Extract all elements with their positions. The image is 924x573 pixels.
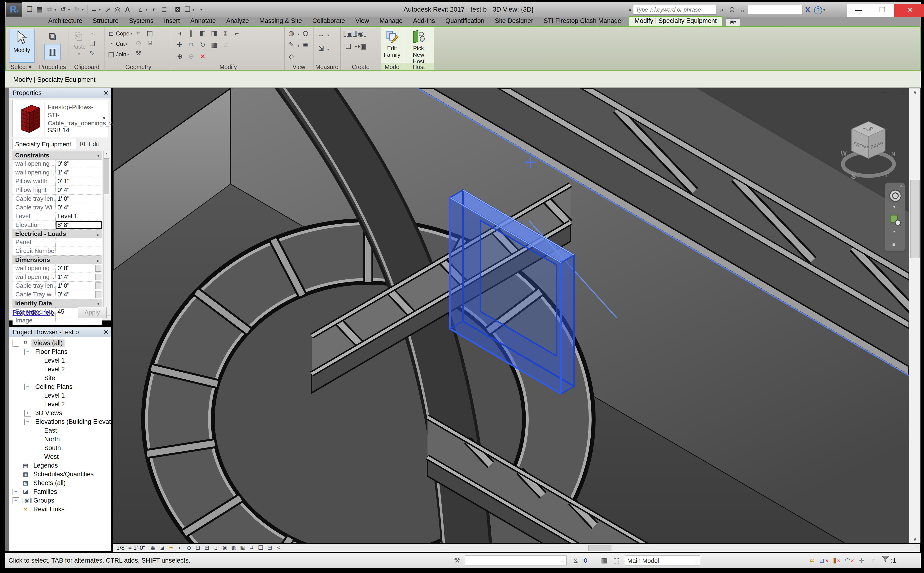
vertical-scrollbar[interactable]: ∧ ∨ — [909, 88, 921, 543]
select-elements-by-face-icon[interactable]: ◠✕ — [844, 555, 855, 566]
tree-item-schedules[interactable]: ▦Schedules/Quantities — [9, 470, 111, 479]
cut-to-clipboard-icon[interactable]: ✂ — [87, 29, 97, 39]
measure-dropdown[interactable]: ▾ — [99, 7, 103, 12]
viewport-minimize-icon[interactable]: — — [882, 89, 887, 97]
section-dimensions[interactable]: Dimensions« — [13, 255, 102, 264]
tag-by-category-icon[interactable]: ◎ — [113, 4, 122, 15]
rotate-icon[interactable]: ↻ — [197, 40, 208, 50]
modify-button[interactable]: Modify — [9, 29, 34, 63]
collapse-icon[interactable]: < — [274, 544, 283, 551]
tab-site-designer[interactable]: Site Designer — [490, 17, 539, 26]
tree-item-elevations[interactable]: −Elevations (Building Elevation) — [9, 418, 111, 426]
steering-wheel-icon[interactable] — [889, 189, 902, 203]
pick-new-host-button[interactable]: Pick New Host — [407, 29, 430, 65]
pin-icon[interactable]: ⊕ — [174, 52, 185, 61]
override-graphics-icon[interactable]: ≣ — [300, 40, 311, 50]
property-row[interactable]: Circuit Number — [13, 247, 102, 255]
aligned-dimension-icon[interactable]: ⇗ — [103, 4, 113, 15]
panel-label-mode[interactable]: Mode — [381, 63, 403, 70]
type-selector-dropdown-icon[interactable]: ▼ — [102, 115, 106, 121]
trim-extend-icon[interactable]: ⌐ — [232, 28, 242, 38]
panel-label-measure[interactable]: Measure — [313, 63, 340, 70]
associate-parameter-button[interactable] — [95, 291, 102, 298]
tree-item-south[interactable]: South — [9, 444, 111, 452]
section-icon[interactable]: ◐ — [149, 4, 159, 15]
property-row[interactable]: wall opening l...1' 4" — [13, 168, 102, 177]
design-options-icon[interactable]: ▥ — [599, 555, 609, 566]
panel-label-host[interactable]: Host — [403, 63, 434, 70]
show-analytical-model-icon[interactable]: ⌗ — [247, 544, 256, 551]
align-icon[interactable]: ⫞ — [174, 28, 185, 38]
sun-path-icon[interactable]: ☀ — [166, 544, 175, 551]
property-row[interactable]: Cable tray len...1' 0" — [13, 282, 102, 290]
demolish-hammer-icon[interactable]: ⚒ — [133, 48, 144, 58]
unjoin-icon[interactable]: ⊘ — [133, 38, 144, 48]
tree-item-north[interactable]: North — [9, 435, 111, 444]
text-icon[interactable]: A — [122, 4, 132, 15]
redo-icon[interactable]: ↻ — [72, 4, 82, 15]
restore-button[interactable]: ❐ — [871, 4, 894, 17]
tab-structure[interactable]: Structure — [88, 17, 124, 26]
associate-parameter-button[interactable] — [95, 274, 102, 280]
tree-item-ceiling-plans[interactable]: −Ceiling Plans — [9, 382, 111, 391]
tree-item-level-2-ceiling[interactable]: Level 2 — [9, 400, 111, 409]
panel-label-view[interactable]: View — [285, 63, 313, 70]
delete-icon[interactable]: ✕ — [197, 52, 208, 61]
highlight-displacement-sets-icon[interactable]: ❏ — [256, 544, 265, 551]
create-assembly-icon[interactable]: ❏ — [343, 42, 354, 52]
tree-item-east[interactable]: East — [9, 426, 111, 435]
filter-icon[interactable] — [880, 555, 891, 566]
scrollbar-thumb[interactable] — [104, 158, 109, 194]
property-row[interactable]: LevelLevel 1 — [13, 212, 102, 221]
property-row[interactable]: wall opening ...0' 8" — [13, 160, 102, 168]
tab-manage[interactable]: Manage — [374, 17, 408, 26]
property-row[interactable]: Cable Tray wi...0' 4" — [13, 290, 102, 299]
shadows-icon[interactable]: ◐ — [175, 544, 185, 551]
apply-button[interactable]: Apply — [78, 307, 106, 318]
navbar-options-icon[interactable]: ≡ — [892, 241, 896, 248]
measure-ruler-icon[interactable]: ↔ — [316, 29, 326, 39]
property-row[interactable]: Pillow width0' 1" — [13, 177, 102, 186]
undo-dropdown[interactable]: ▾ — [68, 7, 72, 12]
type-selector[interactable]: Firestop-Pillows-STI- Cable_tray_opening… — [13, 100, 108, 137]
tab-massing-site[interactable]: Massing & Site — [254, 17, 307, 26]
tab-systems[interactable]: Systems — [124, 17, 159, 26]
design-options-pick-icon[interactable]: ⬚ — [611, 555, 622, 566]
design-option-combo[interactable]: Main Model⌄ — [625, 556, 700, 565]
worksets-icon[interactable]: ⚒ — [452, 555, 462, 566]
select-pinned-elements-icon[interactable]: ▮✕ — [831, 555, 842, 566]
thin-lines-icon[interactable]: ≣ — [159, 4, 169, 15]
tree-item-3d-views[interactable]: +3D Views — [9, 409, 111, 418]
scrollbar-thumb[interactable] — [910, 180, 920, 258]
visual-style-icon[interactable]: ◪ — [157, 544, 166, 551]
communication-center-icon[interactable]: ☊ — [727, 5, 737, 15]
array-icon[interactable]: ▦ — [209, 40, 219, 50]
wall-joins-icon[interactable]: ⌗ — [133, 28, 144, 38]
panel-label-geometry[interactable]: Geometry — [105, 63, 172, 70]
reveal-hidden-elements-icon[interactable]: ◍ — [229, 544, 238, 551]
redo-dropdown[interactable]: ▾ — [82, 7, 86, 12]
tree-item-site[interactable]: Site — [9, 374, 111, 382]
create-similar-icon[interactable]: ⟦◉⟧ — [354, 29, 365, 39]
panel-label-select[interactable]: Select ▾ — [6, 63, 36, 70]
close-icon[interactable]: ✕ — [103, 327, 108, 337]
tab-modify-specialty-equipment[interactable]: Modify | Specialty Equipment — [629, 16, 723, 26]
category-combo[interactable]: Specialty Equipment⌄ — [13, 139, 76, 149]
tree-item-floor-plans[interactable]: −Floor Plans — [9, 348, 111, 356]
tree-item-west[interactable]: West — [9, 452, 111, 461]
create-group-icon[interactable]: ⟦▣⟧ — [343, 29, 354, 39]
navbar-close-icon[interactable]: ✕ — [900, 183, 903, 189]
tab-annotate[interactable]: Annotate — [185, 17, 221, 26]
tab-architecture[interactable]: Architecture — [43, 17, 88, 26]
detail-level-icon[interactable]: ▦ — [149, 544, 157, 551]
title-bar[interactable]: R▾ ❒ ▤ ⇄▾ ↺▾ ↻▾ ↔▾ ⇗ ◎ A ⌂▾ ◐ ≣ ⊠ ❐▾ ▾ A… — [5, 2, 921, 17]
switch-windows-dropdown[interactable]: ▾ — [193, 7, 196, 12]
mirror-pick-axis-icon[interactable]: ◧ — [197, 28, 208, 38]
join-geometry-button[interactable]: ◱Join▾ — [106, 49, 132, 59]
section-constraints[interactable]: Constraints« — [13, 151, 102, 160]
minimize-button[interactable]: — — [847, 4, 871, 17]
viewport-restore-icon[interactable]: ❐ — [899, 89, 905, 97]
property-row[interactable]: Panel — [13, 238, 102, 247]
apply-coping-icon[interactable]: ⌻ — [145, 38, 155, 48]
properties-palette-icon[interactable]: ⧉ — [45, 29, 60, 44]
